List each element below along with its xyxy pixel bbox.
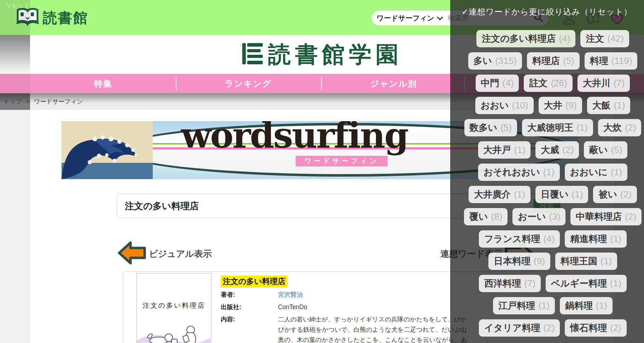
tag-word: 蔽い: [589, 144, 608, 156]
assoc-word-row: おそれおおい(1)おおいに(1): [478, 164, 627, 181]
tag-count: (5): [563, 55, 574, 66]
tag-word: 料理王国: [561, 255, 597, 267]
tag-word: 大井戸: [483, 144, 511, 156]
assoc-word-tag[interactable]: 大炊(2): [598, 119, 642, 136]
nav-item-2[interactable]: ランキング: [225, 74, 272, 93]
tag-count: (4): [559, 33, 570, 44]
assoc-word-tag[interactable]: 注文(42): [580, 30, 629, 47]
tag-count: (7): [524, 278, 535, 289]
nav-separator: [321, 77, 322, 90]
assoc-word-tag[interactable]: 多い(315): [468, 52, 522, 70]
assoc-word-tag[interactable]: 懐石料理(2): [565, 319, 627, 337]
assoc-word-tag[interactable]: 中門(4): [476, 75, 519, 92]
site-logo-text: 読書館: [43, 8, 88, 28]
tag-count: (10): [512, 100, 528, 111]
assoc-word-tag[interactable]: 蔽い(5): [584, 141, 627, 159]
assoc-word-tag[interactable]: おおい(10): [475, 97, 534, 114]
assoc-word-tag[interactable]: 大井戸(1): [478, 141, 531, 159]
tag-word: 大威: [541, 144, 559, 156]
tag-count: (315): [495, 55, 517, 66]
tag-count: (42): [607, 33, 623, 44]
nav-item-3[interactable]: ジャンル別: [370, 74, 417, 93]
great-wave-illustration: [62, 121, 153, 179]
assoc-word-tag[interactable]: 注文の多い料理店(4): [476, 30, 575, 47]
masthead-title: 読書館学園: [268, 39, 403, 70]
assoc-word-tag[interactable]: 料理店(5): [527, 52, 580, 70]
assoc-word-tag[interactable]: 数多い(5): [464, 119, 517, 136]
assoc-word-tag[interactable]: 大威(2): [535, 141, 579, 159]
assoc-word-tag[interactable]: 日覆い(1): [535, 186, 588, 203]
assoc-word-row: 覆い(8)おーい(3)中華料理店(2): [464, 208, 642, 225]
tag-word: 懐石料理: [570, 322, 607, 334]
tag-count: (1): [514, 189, 525, 200]
chevron-down-icon: [437, 14, 443, 20]
tag-word: 日覆い: [541, 188, 569, 201]
assoc-word-tag[interactable]: おそれおおい(1): [478, 164, 559, 181]
tag-count: (2): [610, 323, 621, 333]
assoc-word-tag[interactable]: 註文(26): [524, 75, 572, 92]
assoc-word-tag[interactable]: おおいに(1): [565, 164, 627, 181]
assoc-word-row: 大井戸(1)大威(2)蔽い(5): [478, 141, 628, 159]
assoc-word-tag[interactable]: 被い(2): [593, 186, 637, 203]
assoc-word-tag[interactable]: 料理(119): [585, 52, 638, 70]
book-title[interactable]: 注文の多い料理店: [221, 276, 288, 288]
tag-count: (1): [538, 300, 550, 311]
tag-count: (1): [576, 122, 588, 133]
assoc-word-tag[interactable]: 西洋料理(7): [479, 275, 541, 292]
tag-count: (4): [503, 78, 514, 89]
search-category-dropdown[interactable]: ワードサーフィン: [377, 13, 442, 23]
tag-word: イタリア料理: [484, 322, 540, 334]
assoc-word-tag[interactable]: 大飯(1): [587, 97, 631, 114]
assoc-word-tag-cloud: 注文の多い料理店(4)注文(42)多い(315)料理店(5)料理(119)中門(…: [450, 30, 644, 337]
book-fields: 著者:宮沢賢治出版社:ConTenDo内容:二人の若い紳士が、すっかりイギリスの…: [221, 290, 468, 343]
tag-count: (1): [572, 189, 583, 200]
reset-floater[interactable]: リセット: [5, 1, 30, 10]
tag-count: (9): [565, 100, 577, 111]
assoc-word-tag[interactable]: 大井川(7): [578, 75, 630, 92]
tag-word: 料理店: [532, 55, 560, 67]
tag-word: 数多い: [470, 122, 498, 134]
assoc-word-tag[interactable]: おーい(3): [512, 208, 565, 225]
assoc-word-tag[interactable]: 覆い(8): [464, 208, 507, 225]
assoc-word-tag[interactable]: フランス料理(4): [479, 230, 560, 248]
overlay-header-reset[interactable]: ✓連想ワードから更に絞り込み（リセット）: [462, 6, 632, 17]
nav-item-1[interactable]: 特集: [94, 74, 112, 93]
assoc-word-tag[interactable]: 大威徳明王(1): [522, 119, 593, 136]
assoc-word-row: 注文の多い料理店(4)注文(42): [476, 30, 629, 47]
book-cover[interactable]: 注文の多い料理店: [137, 273, 211, 343]
tag-word: ベルギー料理: [551, 277, 607, 290]
assoc-word-tag[interactable]: 中華料理店(2): [570, 208, 642, 225]
nav-separator: [176, 77, 176, 90]
tag-word: 注文: [586, 32, 604, 45]
visual-view-toggle[interactable]: ビジュアル表示: [118, 241, 212, 267]
tag-word: 大井川: [583, 77, 610, 89]
tag-count: (1): [611, 167, 622, 178]
tag-word: 中門: [481, 77, 499, 89]
assoc-word-tag[interactable]: 大井(9): [539, 97, 582, 114]
tag-word: 日本料理: [494, 255, 530, 267]
book-author-link[interactable]: 宮沢賢治: [278, 290, 303, 300]
tag-count: (26): [551, 78, 567, 89]
assoc-word-tag[interactable]: 江戸料理(1): [493, 297, 555, 314]
tag-word: 大威徳明王: [527, 122, 573, 134]
tag-count: (1): [601, 256, 612, 267]
site-logo[interactable]: 読書館: [16, 7, 88, 28]
cover-illustration: [137, 316, 210, 343]
assoc-word-tag[interactable]: ベルギー料理(1): [546, 275, 627, 292]
assoc-word-tag[interactable]: 日本料理(9): [488, 253, 550, 270]
tag-word: 注文の多い料理店: [482, 32, 556, 45]
tag-count: (5): [611, 144, 622, 155]
assoc-word-tag[interactable]: 精進料理(1): [565, 230, 627, 248]
tag-count: (1): [614, 100, 625, 111]
tag-word: フランス料理: [484, 233, 540, 245]
assoc-word-tag[interactable]: イタリア料理(2): [479, 319, 560, 337]
assoc-word-row: 江戸料理(1)鍋料理(1): [493, 297, 613, 314]
tag-count: (1): [610, 233, 621, 244]
tag-count: (7): [614, 78, 625, 89]
book-field-row: 内容:二人の若い紳士が、すっかりイギリスの兵隊のかたちをして、ぴかぴかする鉄砲を…: [221, 314, 468, 343]
tag-count: (2): [625, 122, 636, 133]
assoc-word-tag[interactable]: 鍋料理(1): [560, 297, 613, 314]
assoc-word-tag[interactable]: 大井廣介(1): [469, 186, 530, 203]
assoc-word-tag[interactable]: 料理王国(1): [555, 253, 617, 270]
breadcrumb-home-link[interactable]: トップ: [4, 98, 22, 105]
